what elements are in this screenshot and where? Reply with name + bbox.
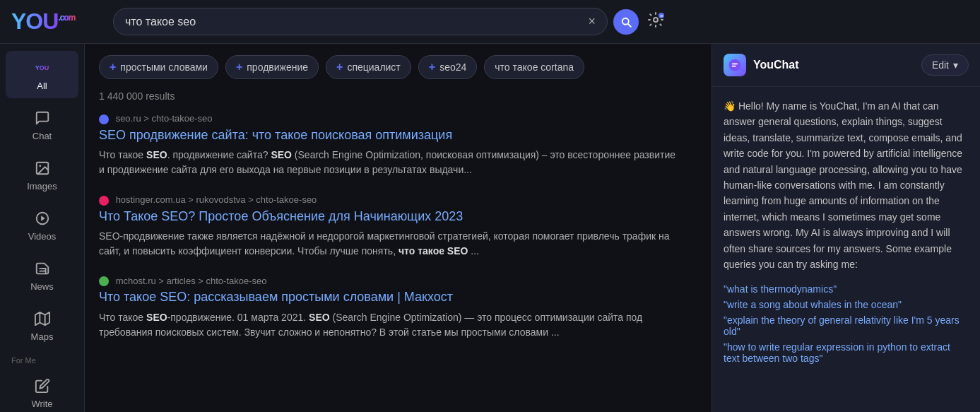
videos-icon (33, 208, 52, 228)
result-favicon-2 (99, 276, 109, 286)
result-domain-0: seo.ru > chto-takoe-seo (99, 113, 678, 124)
result-item-1: hostinger.com.ua > rukovodstva > chto-ta… (99, 194, 678, 259)
images-icon (33, 158, 52, 178)
result-domain-1: hostinger.com.ua > rukovodstva > chto-ta… (99, 194, 678, 206)
search-button[interactable] (613, 9, 639, 35)
result-snippet-2: Что такое SEO-продвижение. 01 марта 2021… (99, 310, 678, 340)
chip-plus-2: + (336, 61, 343, 73)
chip-4[interactable]: что такое cortana (484, 55, 584, 79)
sidebar-label-write: Write (31, 399, 52, 409)
svg-point-4 (39, 165, 41, 167)
sidebar-item-images[interactable]: Images (6, 151, 78, 199)
settings-button[interactable]: ≡ (647, 11, 664, 32)
sidebar-label-all: All (37, 81, 47, 91)
result-domain-text-1: hostinger.com.ua > rukovodstva > chto-ta… (116, 194, 317, 205)
svg-point-0 (654, 18, 658, 22)
youchat-panel: YouChat Edit ▾ 👋 Hello! My name is YouCh… (712, 44, 980, 412)
youchat-title: YouChat (753, 59, 799, 71)
result-title-0[interactable]: SEO продвижение сайта: что такое поисков… (99, 127, 678, 143)
search-input[interactable] (125, 16, 582, 28)
logo: YOU.com (11, 8, 96, 35)
chevron-down-icon: ▾ (953, 59, 958, 71)
sidebar-label-chat: Chat (33, 131, 52, 141)
all-icon: YOU (33, 58, 52, 78)
write-icon (33, 376, 52, 396)
chip-3[interactable]: + seo24 (418, 55, 478, 79)
youchat-example-2[interactable]: "explain the theory of general relativit… (724, 314, 969, 337)
sidebar-item-chat[interactable]: Chat (6, 101, 78, 148)
chip-label-2: специалист (347, 61, 400, 73)
result-favicon-1 (99, 196, 109, 206)
result-favicon-0 (99, 114, 109, 124)
result-domain-text-2: mchost.ru > articles > chto-takoe-seo (116, 276, 267, 286)
chip-2[interactable]: + специалист (326, 55, 411, 79)
content-area: + простыми словами + продвижение + специ… (85, 44, 712, 412)
youchat-example-0[interactable]: "what is thermodynamics" (724, 283, 969, 295)
chip-0[interactable]: + простыми словами (99, 55, 218, 79)
youchat-example-1[interactable]: "write a song about whales in the ocean" (724, 299, 969, 310)
sidebar-label-news: News (30, 281, 54, 292)
for-me-label: For Me (0, 351, 84, 367)
edit-button-label: Edit (932, 59, 949, 71)
sidebar-item-news[interactable]: News (6, 252, 78, 299)
main-layout: YOU All Chat Images Videos News (0, 44, 980, 412)
result-item-2: mchost.ru > articles > chto-takoe-seo Чт… (99, 276, 678, 340)
result-title-2[interactable]: Что такое SEO: рассказываем простыми сло… (99, 289, 678, 305)
youchat-body: 👋 Hello! My name is YouChat, I'm an AI t… (712, 87, 980, 412)
settings-icon: ≡ (647, 11, 664, 28)
chip-label-1: продвижение (247, 61, 308, 73)
sidebar-item-write[interactable]: Write (6, 369, 78, 412)
svg-text:≡: ≡ (660, 13, 663, 18)
chip-plus-0: + (110, 61, 116, 73)
chip-1[interactable]: + продвижение (225, 55, 319, 79)
results-count: 1 440 000 results (99, 90, 697, 102)
result-title-1[interactable]: Что Такое SEO? Простое Объяснение для На… (99, 208, 678, 225)
header: YOU.com × ≡ (0, 0, 980, 44)
youchat-header: YouChat Edit ▾ (712, 44, 980, 87)
result-snippet-0: Что такое SEO. продвижение сайта? SEO (S… (99, 148, 678, 177)
sidebar-label-images: Images (27, 181, 57, 192)
result-snippet-1: SEO-продвижение также является надёжной … (99, 229, 678, 259)
result-item-0: seo.ru > chto-takoe-seo SEO продвижение … (99, 113, 678, 177)
chip-plus-1: + (236, 61, 242, 73)
search-icon (620, 16, 632, 28)
chip-plus-3: + (429, 61, 435, 73)
sidebar-item-videos[interactable]: Videos (6, 201, 78, 249)
youchat-example-3[interactable]: "how to write regular expression in pyth… (724, 341, 969, 364)
youchat-message: 👋 Hello! My name is YouChat, I'm an AI t… (724, 98, 969, 272)
sidebar-label-videos: Videos (28, 231, 57, 242)
sidebar-item-maps[interactable]: Maps (6, 302, 78, 349)
chat-icon (33, 108, 52, 128)
chips-row: + простыми словами + продвижение + специ… (99, 55, 697, 79)
sidebar-item-all[interactable]: YOU All (6, 51, 78, 98)
youchat-avatar (724, 54, 746, 76)
news-icon (33, 259, 52, 278)
chip-label-0: простыми словами (120, 61, 208, 73)
clear-button[interactable]: × (588, 14, 596, 29)
youchat-title-row: YouChat (724, 54, 799, 76)
maps-icon (33, 309, 52, 329)
sidebar-label-maps: Maps (31, 331, 54, 342)
chip-label-3: seo24 (439, 61, 466, 73)
logo-superscript: .com (58, 13, 75, 23)
edit-button[interactable]: Edit ▾ (921, 54, 969, 76)
sidebar: YOU All Chat Images Videos News (0, 44, 85, 412)
search-bar: × (113, 8, 608, 35)
result-domain-2: mchost.ru > articles > chto-takoe-seo (99, 276, 678, 287)
chip-label-4: что такое cortana (495, 61, 574, 73)
result-domain-text-0: seo.ru > chto-takoe-seo (116, 113, 213, 124)
